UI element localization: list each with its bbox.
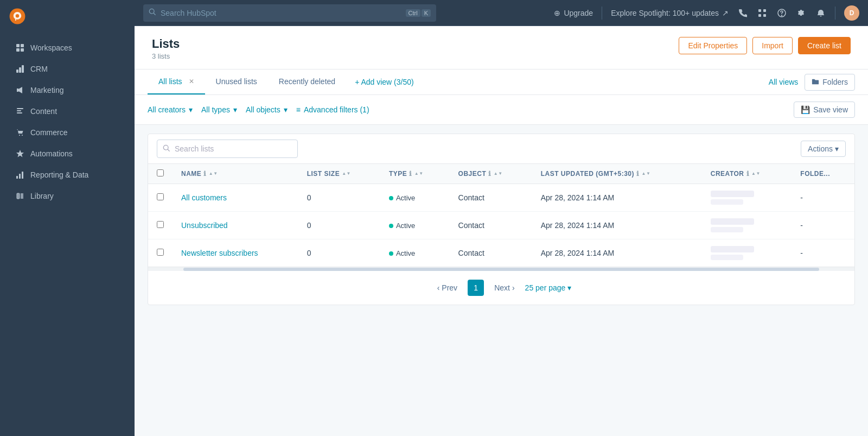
row-1-name-link[interactable]: All customers [181,193,227,202]
settings-icon[interactable] [796,8,807,18]
svg-point-13 [22,135,23,136]
object-sort[interactable]: ▲▼ [494,172,503,176]
sidebar-item-commerce[interactable]: Commerce [4,122,130,143]
folders-label: Folders [822,78,848,86]
sidebar-item-reporting[interactable]: Reporting & Data [4,165,130,185]
sidebar-item-content[interactable]: Content [4,101,130,122]
save-view-button[interactable]: 💾 Save view [794,102,855,118]
all-objects-filter[interactable]: All objects ▾ [246,103,288,116]
list-size-sort[interactable]: ▲▼ [342,172,351,176]
tab-all-lists[interactable]: All lists ✕ [148,69,205,94]
table-toolbar: Actions ▾ [148,134,854,164]
avatar[interactable]: D [844,5,859,21]
folders-button[interactable]: Folders [805,74,855,91]
per-page-selector[interactable]: 25 per page ▾ [525,283,572,292]
svg-rect-21 [758,14,761,17]
pagination-bar: ‹ Prev 1 Next › 25 per page ▾ [148,271,854,305]
phone-icon[interactable] [737,8,748,18]
prev-arrow-icon: ‹ [437,283,440,292]
select-all-col [148,164,173,184]
content-icon [15,106,25,116]
row-3-checkbox-cell [148,239,173,267]
active-dot-2 [389,224,393,228]
explore-spotlight-button[interactable]: Explore Spotlight: 100+ updates ↗ [611,9,729,17]
help-icon[interactable] [776,8,787,18]
all-objects-label: All objects [246,105,280,114]
col-name-label: NAME [181,170,201,178]
page-subtitle: 3 lists [152,52,180,60]
name-info-icon: ℹ [203,170,207,178]
topbar-divider-2 [835,7,835,20]
svg-point-1 [16,14,19,17]
search-input-wrap[interactable] [157,140,298,158]
row-2-status-badge: Active [389,222,415,230]
type-info-icon: ℹ [409,170,412,178]
creator-info-icon: ℹ [746,170,750,178]
all-types-filter[interactable]: All types ▾ [201,103,237,116]
prev-button[interactable]: ‹ Prev [431,280,463,296]
col-object-label: OBJECT [458,170,487,178]
advanced-filters-button[interactable]: ≡ Advanced filters (1) [296,103,369,116]
sidebar-item-marketing[interactable]: Marketing [4,80,130,100]
select-all-checkbox[interactable] [157,169,164,176]
sidebar-item-workspaces[interactable]: Workspaces [4,37,130,58]
edit-properties-button[interactable]: Edit Properties [679,37,747,54]
row-2-name-link[interactable]: Unsubscribed [181,221,228,230]
creator-blur-2 [711,199,743,205]
add-view-button[interactable]: + Add view (3/50) [346,70,423,94]
col-list-size: LIST SIZE ▲▼ [298,164,380,184]
tab-right-actions: All views Folders [769,74,855,91]
row-3-size-cell: 0 [298,239,380,267]
row-1-status-badge: Active [389,194,415,202]
updated-sort[interactable]: ▲▼ [642,172,651,176]
all-creators-filter[interactable]: All creators ▾ [148,103,193,116]
data-table: NAME ℹ ▲▼ LIST SIZE ▲▼ [148,164,854,267]
horizontal-scrollbar[interactable] [148,267,854,271]
tab-unused-lists[interactable]: Unused lists [205,69,268,94]
sidebar-item-crm[interactable]: CRM [4,59,130,79]
search-input[interactable] [161,9,401,17]
row-1-checkbox[interactable] [157,193,164,200]
filter-icon: ≡ [296,105,301,114]
row-1-name-cell: All customers [173,184,298,212]
row-2-checkbox[interactable] [157,221,164,228]
svg-rect-7 [19,67,21,73]
row-1-type-label: Active [396,194,415,202]
page-1-button[interactable]: 1 [468,280,484,296]
svg-rect-16 [22,172,23,179]
search-icon [149,8,156,17]
sidebar-item-workspaces-label: Workspaces [30,43,72,52]
row-3-object-cell: Contact [450,239,532,267]
sidebar-item-library[interactable]: Library [4,186,130,206]
next-button[interactable]: Next › [488,280,520,296]
row-3-name-link[interactable]: Newsletter subscribers [181,249,258,257]
creator-sort[interactable]: ▲▼ [751,172,761,176]
sidebar-item-automations[interactable]: Automations [4,143,130,164]
tab-recently-deleted[interactable]: Recently deleted [268,69,346,94]
svg-rect-22 [763,14,766,17]
row-3-type-cell: Active [380,239,450,267]
table-scroll: NAME ℹ ▲▼ LIST SIZE ▲▼ [148,164,854,267]
type-sort[interactable]: ▲▼ [414,172,424,176]
all-views-button[interactable]: All views [769,78,798,86]
upgrade-button[interactable]: ⊕ Upgrade [554,9,593,17]
name-sort[interactable]: ▲▼ [209,172,218,176]
col-type: TYPE ℹ ▲▼ [380,164,450,184]
actions-dropdown[interactable]: Actions ▾ [801,141,846,157]
notifications-icon[interactable] [815,8,826,18]
k-key: K [422,9,431,17]
grid-apps-icon[interactable] [757,8,768,18]
creator-blur-1 [711,191,754,197]
search-bar[interactable]: Ctrl K [143,4,436,22]
search-lists-input[interactable] [175,144,292,153]
row-2-object-cell: Contact [450,212,532,239]
svg-rect-2 [16,44,20,47]
library-icon [15,191,25,201]
tab-all-lists-close[interactable]: ✕ [189,78,194,85]
import-button[interactable]: Import [752,37,793,54]
save-view-label: Save view [813,105,848,114]
tab-all-lists-label: All lists [158,77,182,86]
create-list-button[interactable]: Create list [798,37,851,54]
row-3-checkbox[interactable] [157,249,164,256]
per-page-chevron-icon: ▾ [567,283,571,292]
